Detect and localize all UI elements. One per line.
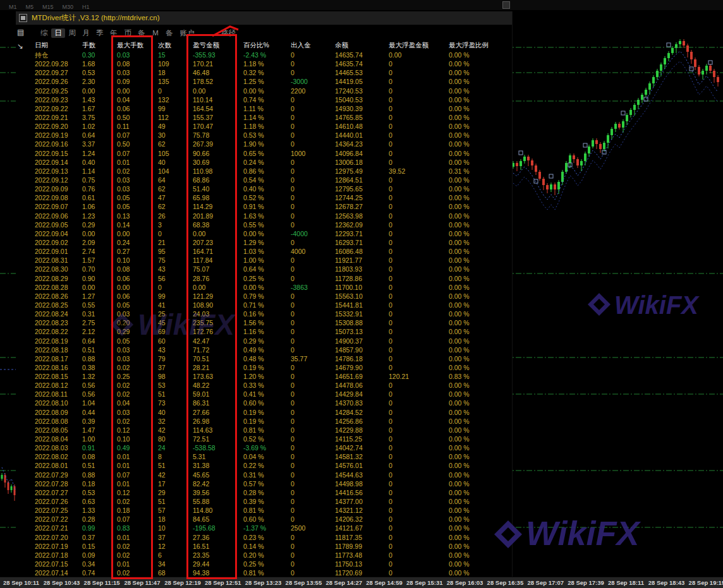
- table-cell: 55.88: [193, 497, 209, 506]
- table-cell: 2022.09.13: [35, 167, 68, 176]
- table-cell: 2022.08.05: [35, 426, 68, 435]
- table-cell: 2022.08.12: [35, 381, 68, 390]
- table-cell: 1.20 %: [243, 372, 264, 381]
- table-row: 2022.09.040.000.0000.000.00 %-400012293.…: [35, 229, 510, 238]
- table-cell: 0.31 %: [449, 167, 470, 176]
- table-cell: 0.07: [117, 471, 130, 479]
- table-cell: 0.52 %: [243, 193, 264, 202]
- table-row: 2022.09.201.020.1149170.471.18 %014610.4…: [35, 122, 510, 131]
- period-button-M30[interactable]: M30: [63, 4, 74, 10]
- table-cell: 0.00 %: [449, 193, 470, 202]
- table-cell: 0: [389, 212, 392, 220]
- table-cell: 12563.98: [335, 212, 363, 220]
- table-cell: 2022.07.27: [35, 488, 68, 497]
- path-button[interactable]: 路径: [221, 28, 236, 38]
- panel-menu-icon[interactable]: [19, 14, 27, 22]
- toolbar-mini-icon[interactable]: [502, 1, 510, 9]
- table-cell: 49: [158, 122, 166, 131]
- menu-item-月[interactable]: 月: [79, 28, 93, 38]
- arrow-tool-icon[interactable]: ↘: [17, 42, 27, 56]
- table-row: 2022.08.311.570.1075117.841.00 %011921.7…: [35, 256, 510, 265]
- table-cell: 37: [158, 533, 166, 542]
- table-cell: 0: [291, 497, 295, 506]
- menu-item-币[interactable]: 币: [121, 28, 135, 38]
- table-cell: 1.68: [82, 59, 95, 68]
- table-cell: 0: [291, 68, 295, 77]
- table-cell: 0: [389, 193, 392, 202]
- panel-titlebar[interactable]: MTDriver统计 ,V3.12 (http://mtdriver.cn): [16, 11, 512, 25]
- table-cell: 2022.09.25: [35, 87, 68, 95]
- table-cell: 0.00: [82, 229, 95, 238]
- table-row: 持仓0.300.0315-355.93-2.43 %014635.740.000…: [35, 51, 510, 59]
- time-axis-label: 28 Sep 13:23: [245, 579, 282, 586]
- table-cell: 0.19 %: [243, 408, 264, 417]
- menu-item-日[interactable]: 日: [51, 28, 65, 38]
- column-header: 余额: [335, 41, 348, 50]
- menu-item-备[interactable]: 备: [162, 28, 176, 38]
- menu-item-季[interactable]: 季: [93, 28, 107, 38]
- candle-body: [519, 161, 522, 166]
- panel-menu: 综日周月季年币备M备账户路径: [16, 25, 512, 40]
- table-cell: 135: [158, 77, 169, 86]
- table-cell: 0.00 %: [449, 417, 470, 426]
- table-cell: 0.57 %: [243, 479, 264, 488]
- table-cell: 0.00 %: [449, 77, 470, 86]
- time-axis[interactable]: 28 Sep 10:1128 Sep 10:4328 Sep 11:1528 S…: [0, 577, 723, 588]
- table-cell: 0: [291, 408, 295, 417]
- table-cell: 0.24 %: [243, 158, 264, 167]
- table-row: 2022.09.012.740.2795164.711.03 %40001608…: [35, 247, 510, 256]
- table-cell: 73: [158, 399, 166, 407]
- period-button-M15[interactable]: M15: [42, 4, 54, 10]
- table-row: 2022.09.270.530.031846.480.32 %014465.53…: [35, 68, 510, 77]
- table-cell: 2022.07.15: [35, 560, 68, 568]
- table-cell: 70.51: [193, 354, 209, 363]
- table-cell: 3: [158, 220, 162, 229]
- table-cell: 0.14: [117, 220, 130, 229]
- table-row: 2022.08.300.700.084375.070.64 %011803.93…: [35, 265, 510, 273]
- table-cell: 1.57: [82, 256, 95, 265]
- table-row: 2022.08.240.310.032524.030.16 %015332.91…: [35, 309, 510, 318]
- grid-tool-icon[interactable]: ▤: [17, 28, 27, 42]
- menu-item-周[interactable]: 周: [65, 28, 79, 38]
- table-cell: 0.00: [193, 229, 205, 238]
- table-cell: 0.00 %: [449, 515, 470, 524]
- table-cell: 0.11: [117, 122, 130, 131]
- table-cell: 14498.98: [335, 479, 363, 488]
- table-cell: 2500: [291, 524, 305, 532]
- table-cell: 0.00 %: [449, 158, 470, 167]
- table-cell: 40: [158, 158, 166, 167]
- table-cell: 0.65 %: [243, 149, 264, 158]
- table-cell: 0: [389, 345, 392, 354]
- candle-body: [645, 90, 647, 95]
- table-row: 2022.09.080.610.054765.980.52 %012744.25…: [35, 193, 510, 202]
- table-row: 2022.07.270.530.122939.560.28 %014416.56…: [35, 488, 510, 497]
- time-axis-label: 28 Sep 18:43: [648, 579, 685, 586]
- table-cell: 0.00 %: [449, 202, 470, 211]
- table-row: 2022.09.090.760.036251.400.40 %012795.65…: [35, 184, 510, 193]
- table-cell: 0.53 %: [243, 131, 264, 140]
- period-button-H1[interactable]: H1: [82, 4, 90, 10]
- period-button-M1[interactable]: M1: [9, 4, 17, 10]
- candle-body: [557, 182, 560, 189]
- menu-item-综[interactable]: 综: [37, 28, 51, 38]
- menu-item-年[interactable]: 年: [107, 28, 121, 38]
- table-cell: 2022.08.28: [35, 283, 68, 292]
- table-cell: 2022.09.21: [35, 113, 68, 122]
- table-cell: 30: [158, 131, 166, 140]
- table-cell: 3.37: [82, 140, 95, 148]
- table-cell: 2022.07.29: [35, 471, 68, 479]
- period-button-M5[interactable]: M5: [26, 4, 34, 10]
- table-cell: 0: [291, 113, 295, 122]
- table-cell: 1.03 %: [243, 247, 264, 256]
- menu-item-备[interactable]: 备: [135, 28, 149, 38]
- table-cell: 2022.07.26: [35, 497, 68, 506]
- candle-body: [709, 66, 712, 71]
- table-cell: -355.93: [193, 51, 216, 59]
- menu-item-M[interactable]: M: [149, 29, 162, 37]
- table-row: 2022.08.041.000.108072.510.52 %014115.25…: [35, 435, 510, 443]
- table-cell: 16293.71: [335, 238, 363, 247]
- table-cell: 68.86: [193, 176, 209, 184]
- menu-item-账户[interactable]: 账户: [176, 28, 198, 38]
- table-cell: 0.00 %: [449, 435, 470, 443]
- table-cell: 0: [389, 515, 392, 524]
